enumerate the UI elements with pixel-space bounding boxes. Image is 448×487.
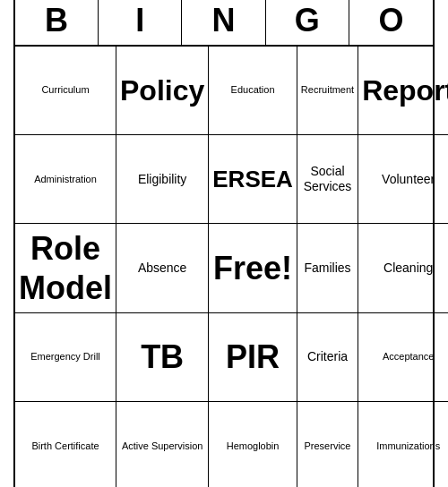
bingo-cell: Education	[209, 47, 297, 135]
cell-text: Recruitment	[301, 84, 354, 96]
cell-text: Social Services	[301, 164, 354, 194]
cell-text: Immunizations	[376, 440, 440, 452]
cell-text: Report	[362, 73, 448, 107]
bingo-cell: Cleaning	[358, 224, 448, 312]
bingo-cell: Administration	[15, 135, 116, 224]
cell-text: Curriculum	[41, 84, 89, 96]
header-letter: I	[99, 0, 182, 45]
cell-text: Emergency Drill	[30, 351, 100, 363]
bingo-cell: Policy	[116, 47, 209, 135]
bingo-header: BINGO	[15, 0, 433, 47]
bingo-cell: Emergency Drill	[15, 313, 116, 402]
cell-text: Role Model	[19, 229, 112, 306]
bingo-cell: Role Model	[15, 224, 116, 312]
cell-text: Acceptance	[383, 351, 434, 363]
bingo-cell: Free!	[209, 224, 297, 312]
bingo-card: BINGO CurriculumPolicyEducationRecruitme…	[13, 0, 435, 487]
cell-text: Active Supervision	[122, 440, 203, 452]
bingo-cell: Eligibility	[116, 135, 209, 224]
bingo-cell: Families	[297, 224, 358, 312]
bingo-cell: ERSEA	[209, 135, 297, 224]
cell-text: Criteria	[307, 349, 348, 364]
cell-text: ERSEA	[212, 166, 293, 193]
bingo-cell: Immunizations	[358, 402, 448, 487]
bingo-cell: Recruitment	[297, 47, 358, 135]
cell-text: Eligibility	[138, 172, 186, 187]
bingo-cell: PIR	[209, 313, 297, 402]
cell-text: TB	[141, 337, 184, 376]
bingo-cell: Active Supervision	[116, 402, 209, 487]
cell-text: PIR	[226, 337, 280, 376]
cell-text: Volunteer	[382, 172, 435, 187]
bingo-cell: Curriculum	[15, 47, 116, 135]
cell-text: Families	[304, 261, 350, 276]
cell-text: Preservice	[305, 440, 351, 452]
cell-text: Birth Certificate	[31, 440, 99, 452]
header-letter: O	[349, 0, 433, 45]
bingo-cell: Criteria	[297, 313, 358, 402]
bingo-cell: Hemoglobin	[209, 402, 297, 487]
bingo-cell: Acceptance	[358, 313, 448, 402]
header-letter: G	[266, 0, 349, 45]
bingo-cell: Birth Certificate	[15, 402, 116, 487]
header-letter: B	[15, 0, 99, 45]
bingo-cell: Report	[358, 47, 448, 135]
bingo-grid: CurriculumPolicyEducationRecruitmentRepo…	[15, 47, 433, 487]
cell-text: Free!	[213, 249, 292, 287]
cell-text: Hemoglobin	[227, 440, 280, 452]
bingo-cell: TB	[116, 313, 209, 402]
header-letter: N	[182, 0, 265, 45]
cell-text: Administration	[34, 174, 97, 185]
cell-text: Absence	[138, 261, 186, 276]
cell-text: Education	[231, 84, 275, 96]
bingo-cell: Volunteer	[358, 135, 448, 224]
bingo-cell: Social Services	[297, 135, 358, 224]
bingo-cell: Preservice	[297, 402, 358, 487]
bingo-cell: Absence	[116, 224, 209, 312]
cell-text: Policy	[120, 73, 204, 107]
cell-text: Cleaning	[383, 261, 433, 276]
